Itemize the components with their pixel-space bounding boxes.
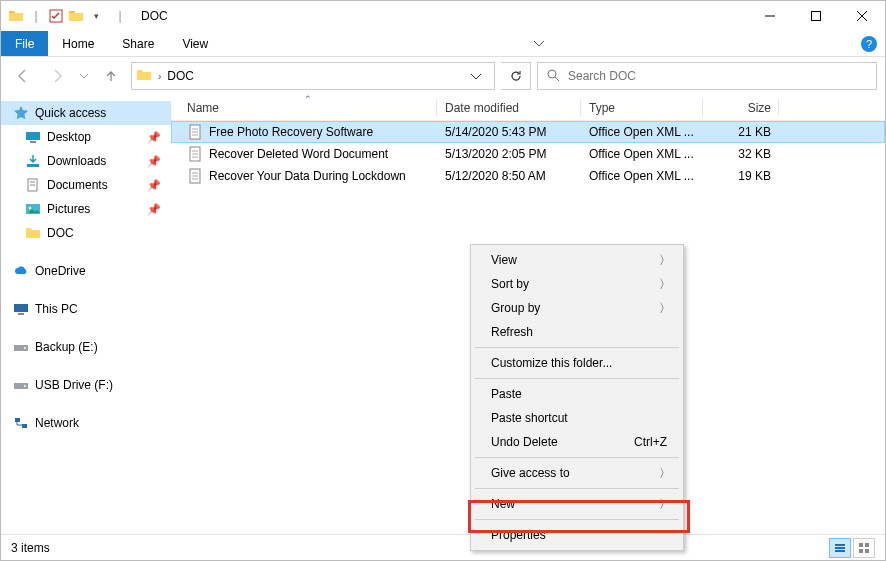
address-dropdown-icon[interactable] bbox=[462, 63, 490, 89]
sidebar-item-quick-access[interactable]: Quick access bbox=[1, 101, 171, 125]
view-icons-button[interactable] bbox=[853, 538, 875, 558]
svg-point-20 bbox=[24, 385, 26, 387]
tab-file[interactable]: File bbox=[1, 31, 48, 56]
sidebar-label: OneDrive bbox=[35, 264, 86, 278]
svg-rect-21 bbox=[15, 418, 20, 422]
separator bbox=[475, 519, 679, 520]
pin-icon: 📌 bbox=[147, 131, 161, 144]
column-label: Name bbox=[187, 101, 219, 115]
maximize-button[interactable] bbox=[793, 1, 839, 31]
svg-rect-37 bbox=[835, 550, 845, 552]
up-button[interactable] bbox=[97, 62, 125, 90]
sidebar-item-downloads[interactable]: Downloads 📌 bbox=[1, 149, 171, 173]
properties-qat-icon[interactable] bbox=[47, 7, 65, 25]
cm-label: New bbox=[491, 497, 515, 511]
cm-label: Sort by bbox=[491, 277, 529, 291]
column-size[interactable]: Size bbox=[703, 95, 779, 120]
cm-new[interactable]: New〉 bbox=[473, 492, 681, 516]
status-count: 3 items bbox=[11, 541, 50, 555]
view-details-button[interactable] bbox=[829, 538, 851, 558]
cm-sort[interactable]: Sort by〉 bbox=[473, 272, 681, 296]
sidebar-label: Downloads bbox=[47, 154, 106, 168]
address-bar[interactable]: › DOC bbox=[131, 62, 495, 90]
sidebar-label: Documents bbox=[47, 178, 108, 192]
chevron-right-icon[interactable]: › bbox=[158, 71, 161, 82]
svg-point-18 bbox=[24, 347, 26, 349]
sidebar-item-pictures[interactable]: Pictures 📌 bbox=[1, 197, 171, 221]
document-icon bbox=[187, 124, 203, 140]
file-size: 21 KB bbox=[703, 125, 779, 139]
sidebar-item-onedrive[interactable]: OneDrive bbox=[1, 259, 171, 283]
help-icon[interactable]: ? bbox=[861, 36, 877, 52]
file-row[interactable]: Recover Deleted Word Document 5/13/2020 … bbox=[171, 143, 885, 165]
tab-view[interactable]: View bbox=[168, 32, 222, 56]
file-size: 19 KB bbox=[703, 169, 779, 183]
pin-icon: 📌 bbox=[147, 203, 161, 216]
sidebar-item-network[interactable]: Network bbox=[1, 411, 171, 435]
sidebar-label: Network bbox=[35, 416, 79, 430]
column-type[interactable]: Type bbox=[581, 95, 703, 120]
ribbon-tabs: File Home Share View ? bbox=[1, 31, 885, 57]
cm-undo[interactable]: Undo DeleteCtrl+Z bbox=[473, 430, 681, 454]
file-name: Recover Your Data During Lockdown bbox=[209, 169, 406, 183]
sidebar-label: Quick access bbox=[35, 106, 106, 120]
chevron-right-icon: 〉 bbox=[659, 496, 671, 513]
file-type: Office Open XML ... bbox=[581, 125, 703, 139]
search-input[interactable] bbox=[568, 69, 868, 83]
context-menu: View〉 Sort by〉 Group by〉 Refresh Customi… bbox=[470, 244, 684, 551]
refresh-button[interactable] bbox=[501, 62, 531, 90]
separator bbox=[475, 378, 679, 379]
recent-dropdown[interactable] bbox=[77, 62, 91, 90]
svg-rect-38 bbox=[859, 543, 863, 547]
cm-give-access[interactable]: Give access to〉 bbox=[473, 461, 681, 485]
svg-point-5 bbox=[548, 70, 556, 78]
address-bar-row: › DOC bbox=[1, 57, 885, 95]
qat-dropdown-icon[interactable]: ▾ bbox=[87, 7, 105, 25]
svg-rect-36 bbox=[835, 547, 845, 549]
sidebar-item-doc[interactable]: DOC bbox=[1, 221, 171, 245]
ribbon-expand-icon[interactable] bbox=[534, 37, 544, 51]
file-date: 5/14/2020 5:43 PM bbox=[437, 125, 581, 139]
cm-group[interactable]: Group by〉 bbox=[473, 296, 681, 320]
sidebar-item-documents[interactable]: Documents 📌 bbox=[1, 173, 171, 197]
cm-paste[interactable]: Paste bbox=[473, 382, 681, 406]
svg-rect-41 bbox=[865, 549, 869, 553]
column-name[interactable]: Name⌃ bbox=[179, 95, 437, 120]
sidebar-item-desktop[interactable]: Desktop 📌 bbox=[1, 125, 171, 149]
breadcrumb[interactable]: DOC bbox=[167, 69, 194, 83]
document-icon bbox=[187, 168, 203, 184]
document-icon bbox=[187, 146, 203, 162]
file-type: Office Open XML ... bbox=[581, 147, 703, 161]
file-row[interactable]: Free Photo Recovery Software 5/14/2020 5… bbox=[171, 121, 885, 143]
quick-access-toolbar: | ▾ | bbox=[7, 7, 133, 25]
file-size: 32 KB bbox=[703, 147, 779, 161]
pictures-icon bbox=[25, 201, 41, 217]
sidebar-item-usb[interactable]: USB Drive (F:) bbox=[1, 373, 171, 397]
svg-rect-15 bbox=[14, 304, 28, 312]
search-box[interactable] bbox=[537, 62, 877, 90]
chevron-right-icon: 〉 bbox=[659, 252, 671, 269]
cm-refresh[interactable]: Refresh bbox=[473, 320, 681, 344]
file-row[interactable]: Recover Your Data During Lockdown 5/12/2… bbox=[171, 165, 885, 187]
tab-home[interactable]: Home bbox=[48, 32, 108, 56]
sidebar-item-backup[interactable]: Backup (E:) bbox=[1, 335, 171, 359]
folder-icon bbox=[25, 225, 41, 241]
cm-view[interactable]: View〉 bbox=[473, 248, 681, 272]
cm-paste-shortcut[interactable]: Paste shortcut bbox=[473, 406, 681, 430]
tab-share[interactable]: Share bbox=[108, 32, 168, 56]
drive-icon bbox=[13, 377, 29, 393]
column-date[interactable]: Date modified bbox=[437, 95, 581, 120]
forward-button[interactable] bbox=[43, 62, 71, 90]
back-button[interactable] bbox=[9, 62, 37, 90]
cm-customize[interactable]: Customize this folder... bbox=[473, 351, 681, 375]
svg-rect-39 bbox=[865, 543, 869, 547]
minimize-button[interactable] bbox=[747, 1, 793, 31]
svg-rect-35 bbox=[835, 544, 845, 546]
svg-rect-2 bbox=[812, 12, 821, 21]
svg-rect-7 bbox=[26, 132, 40, 140]
downloads-icon bbox=[25, 153, 41, 169]
cm-label: View bbox=[491, 253, 517, 267]
cm-properties[interactable]: Properties bbox=[473, 523, 681, 547]
sidebar-item-thispc[interactable]: This PC bbox=[1, 297, 171, 321]
close-button[interactable] bbox=[839, 1, 885, 31]
